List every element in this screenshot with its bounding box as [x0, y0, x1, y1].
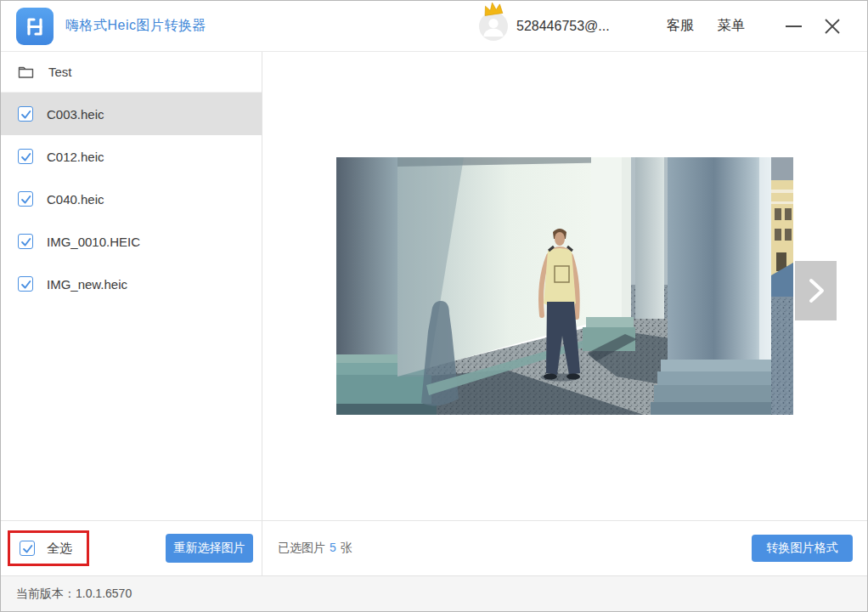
list-item[interactable]: C012.heic: [1, 135, 262, 178]
list-item[interactable]: IMG_0010.HEIC: [1, 220, 262, 263]
support-link[interactable]: 客服: [667, 17, 694, 35]
next-image-button[interactable]: [795, 261, 837, 320]
reselect-images-button[interactable]: 重新选择图片: [166, 534, 253, 563]
status-bar: 当前版本：1.0.1.6570: [1, 575, 867, 611]
file-checkbox[interactable]: [18, 191, 33, 207]
file-name: IMG_new.heic: [47, 277, 127, 292]
crown-icon: [481, 0, 505, 16]
folder-icon: [18, 65, 34, 79]
preview-pane: [262, 52, 867, 520]
selected-count: 已选图片5张: [278, 541, 352, 556]
user-avatar[interactable]: [479, 12, 508, 41]
menu-link[interactable]: 菜单: [718, 17, 745, 35]
list-item[interactable]: C040.heic: [1, 178, 262, 220]
folder-name: Test: [48, 65, 72, 79]
file-name: C003.heic: [47, 107, 104, 122]
app-logo-icon: [16, 8, 54, 45]
select-all-label[interactable]: 全选: [47, 541, 72, 557]
file-name: C012.heic: [47, 150, 104, 164]
file-checkbox[interactable]: [18, 276, 33, 292]
close-button[interactable]: [818, 12, 847, 41]
preview-image: [336, 157, 793, 415]
list-item[interactable]: C003.heic: [1, 93, 262, 135]
file-checkbox[interactable]: [18, 234, 33, 249]
folder-row[interactable]: Test: [1, 52, 262, 93]
action-bar: 全选 重新选择图片 已选图片5张 转换图片格式: [1, 520, 867, 575]
close-icon: [822, 16, 843, 37]
titlebar: 嗨格式Heic图片转换器 528446753@... 客服 菜单: [1, 1, 867, 52]
select-all-checkbox[interactable]: [20, 541, 35, 556]
convert-format-button[interactable]: 转换图片格式: [752, 535, 853, 562]
app-window: 嗨格式Heic图片转换器 528446753@... 客服 菜单: [0, 0, 868, 612]
minimize-button[interactable]: [781, 14, 806, 39]
file-checkbox[interactable]: [18, 106, 33, 122]
app-title: 嗨格式Heic图片转换器: [65, 17, 206, 35]
file-name: C040.heic: [47, 192, 104, 207]
file-name: IMG_0010.HEIC: [47, 235, 140, 249]
account-name[interactable]: 528446753@...: [516, 19, 623, 34]
file-list: C003.heic C012.heic C040.heic IMG_0010.H…: [1, 93, 262, 305]
file-sidebar: Test C003.heic C012.heic C040.heic IMG_0…: [1, 52, 262, 520]
version-text: 当前版本：1.0.1.6570: [16, 586, 132, 602]
file-checkbox[interactable]: [18, 149, 33, 164]
chevron-right-icon: [807, 277, 826, 304]
select-all-annotation: 全选: [8, 530, 89, 566]
list-item[interactable]: IMG_new.heic: [1, 263, 262, 305]
